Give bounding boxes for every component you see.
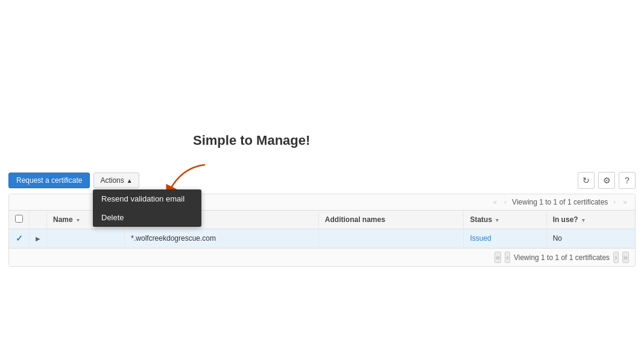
row-checkbox-cell: ✓ [9, 229, 30, 248]
page-wrapper: Simple to Manage! Request a certificate … [0, 0, 644, 362]
actions-dropdown: Resend validation email Delete [93, 189, 201, 227]
expand-icon: ▶ [36, 235, 40, 242]
actions-caret-icon: ▲ [127, 177, 133, 184]
page-bottom-next-button[interactable]: › [613, 252, 618, 263]
help-icon: ? [625, 176, 630, 185]
toolbar-right: ↻ ⚙ ? [578, 172, 636, 189]
settings-button[interactable]: ⚙ [598, 172, 615, 189]
dropdown-item-resend[interactable]: Resend validation email [93, 189, 201, 208]
pagination-bottom: « ‹ Viewing 1 to 1 of 1 certificates › » [9, 248, 635, 266]
page-first-button[interactable]: « [491, 197, 499, 207]
row-checkmark-icon: ✓ [16, 233, 23, 243]
col-header-expand [30, 211, 47, 229]
page-last-button[interactable]: » [621, 197, 629, 207]
toolbar-left: Request a certificate Actions ▲ Resend v… [8, 173, 139, 188]
main-content: Request a certificate Actions ▲ Resend v… [8, 172, 636, 267]
annotation-text: Simple to Manage! [193, 133, 310, 148]
col-header-status: Status ▾ [464, 211, 546, 229]
status-badge: Issued [470, 234, 491, 243]
refresh-button[interactable]: ↻ [578, 172, 595, 189]
pagination-bottom-text: Viewing 1 to 1 of 1 certificates [514, 253, 610, 262]
pagination-text: Viewing 1 to 1 of 1 certificates [512, 198, 608, 206]
name-sort-icon[interactable]: ▾ [77, 217, 80, 223]
page-bottom-first-button[interactable]: « [494, 252, 501, 263]
request-certificate-button[interactable]: Request a certificate [8, 173, 90, 188]
row-name-cell [47, 229, 125, 248]
dropdown-item-delete[interactable]: Delete [93, 208, 201, 227]
page-bottom-last-button[interactable]: » [622, 252, 629, 263]
annotation-area: Simple to Manage! [169, 133, 310, 152]
inuse-sort-icon[interactable]: ▾ [582, 217, 585, 223]
page-bottom-prev-button[interactable]: ‹ [505, 252, 510, 263]
row-expand-cell[interactable]: ▶ [30, 229, 47, 248]
page-next-button[interactable]: › [611, 197, 617, 207]
col-header-inuse: In use? ▾ [546, 211, 635, 229]
toolbar: Request a certificate Actions ▲ Resend v… [8, 172, 636, 189]
select-all-checkbox[interactable] [15, 215, 23, 223]
actions-label: Actions [100, 176, 124, 185]
row-additional-cell [318, 229, 464, 248]
actions-button[interactable]: Actions ▲ [93, 173, 139, 188]
row-inuse-cell: No [546, 229, 635, 248]
col-header-additional: Additional names [318, 211, 464, 229]
status-sort-icon[interactable]: ▾ [496, 217, 499, 223]
row-status-cell: Issued [464, 229, 546, 248]
col-header-checkbox [9, 211, 30, 229]
help-button[interactable]: ? [619, 172, 636, 189]
table-row: ✓ ▶ *.wolfcreekdogrescue.com Issued No [9, 229, 635, 248]
page-prev-button[interactable]: ‹ [502, 197, 508, 207]
row-domain-cell: *.wolfcreekdogrescue.com [125, 229, 319, 248]
refresh-icon: ↻ [582, 176, 590, 185]
gear-icon: ⚙ [603, 176, 611, 185]
